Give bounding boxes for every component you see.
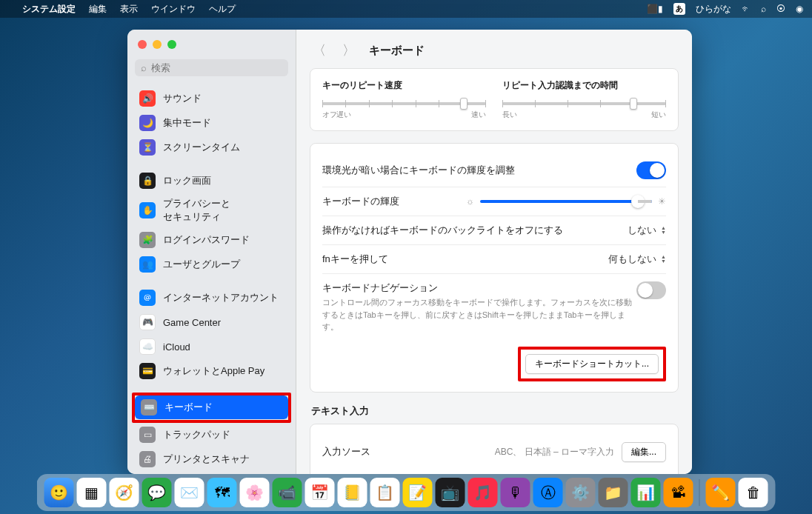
keyboard-shortcuts-button[interactable]: キーボードショートカット... [525, 354, 659, 374]
dock-pages[interactable]: ✏️ [706, 478, 736, 507]
menubar-item-help[interactable]: ヘルプ [209, 3, 236, 16]
menubar-app-name[interactable]: システム設定 [22, 3, 76, 16]
dock-facetime[interactable]: 📹 [273, 478, 302, 507]
annotation-highlight-keyboard: ⌨️キーボード [132, 393, 291, 423]
close-button[interactable] [138, 40, 147, 49]
page-title: キーボード [369, 44, 425, 58]
ime-label[interactable]: ひらがな [696, 3, 731, 16]
sidebar-item-label: ウォレットとApple Pay [163, 364, 264, 378]
sidebar-item-icloud[interactable]: ☁️iCloud [133, 335, 290, 358]
text-input-panel: 入力ソース ABC、 日本語 – ローマ字入力 編集... ユーザ辞書... [310, 424, 679, 475]
brightness-label: キーボードの輝度 [322, 195, 399, 208]
slider-label-off: オフ [322, 110, 337, 120]
dock-podcasts[interactable]: 🎙 [501, 478, 530, 507]
sidebar-item-label: Game Center [163, 317, 221, 328]
fn-key-select[interactable]: 何もしない▲▼ [608, 253, 666, 266]
dock-maps[interactable]: 🗺 [207, 478, 237, 507]
sidebar-item-users-groups[interactable]: 👥ユーザとグループ [133, 253, 290, 276]
dock-numbers[interactable]: 📊 [631, 478, 661, 507]
dock-mail[interactable]: ✉️ [175, 478, 204, 507]
dock-photos[interactable]: 🌸 [240, 478, 270, 507]
battery-icon[interactable]: ⬛▮ [647, 4, 663, 14]
sidebar-item-game-center[interactable]: 🎮Game Center [133, 310, 290, 334]
dock-appstore[interactable]: Ⓐ [533, 478, 563, 507]
sidebar-item-focus[interactable]: 🌙集中モード [133, 111, 290, 135]
slider-label-fast: 速い [471, 110, 486, 120]
dock-contacts[interactable]: 📒 [338, 478, 367, 507]
dock-launchpad[interactable]: ▦ [77, 478, 107, 507]
sidebar-item-label: キーボード [164, 401, 213, 414]
dock-safari[interactable]: 🧭 [110, 478, 139, 507]
slider-label-short: 短い [651, 110, 666, 120]
key-repeat-panel: キーのリピート速度 オフ遅い速い リピート入力認識までの時間 [310, 68, 679, 131]
dock-music[interactable]: 🎵 [468, 478, 498, 507]
system-settings-window: ⌕ 🔊サウンド 🌙集中モード ⏳スクリーンタイム 🔒ロック画面 ✋プライバシーと… [127, 30, 692, 474]
wifi-icon[interactable]: 󠀠ᯤ [742, 4, 751, 14]
sidebar-item-login-password[interactable]: 🧩ログインパスワード [133, 228, 290, 252]
sidebar-item-internet-accounts[interactable]: ＠インターネットアカウント [133, 286, 290, 310]
dock-notes[interactable]: 📝 [403, 478, 433, 507]
fn-key-label: fnキーを押して [322, 253, 388, 266]
sidebar-item-label: ロック画面 [163, 174, 211, 187]
sidebar-item-lockscreen[interactable]: 🔒ロック画面 [133, 169, 290, 193]
sidebar-item-sound[interactable]: 🔊サウンド [133, 87, 290, 110]
backlight-off-label: 操作がなければキーボードのバックライトをオフにする [322, 224, 563, 237]
menubar: システム設定 編集 表示 ウインドウ ヘルプ ⬛▮ あ ひらがな 󠀠ᯤ ⌕ ⦿ … [0, 0, 812, 18]
gamepad-icon: 🎮 [139, 314, 156, 330]
sidebar-item-keyboard[interactable]: ⌨️キーボード [135, 395, 288, 419]
spotlight-icon[interactable]: ⌕ [761, 4, 766, 14]
sidebar-search[interactable]: ⌕ [135, 59, 288, 76]
search-input[interactable] [151, 62, 282, 73]
dock-keynote[interactable]: 📽 [664, 478, 693, 507]
dock-item[interactable]: 📁 [599, 478, 628, 507]
input-source-label: 入力ソース [322, 445, 370, 458]
sidebar-item-wallet[interactable]: 💳ウォレットとApple Pay [133, 359, 290, 383]
keyboard-nav-description: コントロール間のフォーカス移動をキーボードで操作します。フォーカスを次に移動する… [322, 296, 636, 333]
control-center-icon[interactable]: ⦿ [776, 4, 785, 14]
auto-brightness-toggle[interactable] [636, 161, 666, 179]
sidebar-item-label: トラックパッド [163, 428, 230, 441]
backlight-off-select[interactable]: しない▲▼ [628, 224, 666, 237]
edit-input-source-button[interactable]: 編集... [622, 442, 666, 462]
maximize-button[interactable] [167, 40, 176, 49]
text-input-section-title: テキスト入力 [311, 404, 679, 418]
minimize-button[interactable] [153, 40, 162, 49]
sidebar: ⌕ 🔊サウンド 🌙集中モード ⏳スクリーンタイム 🔒ロック画面 ✋プライバシーと… [127, 30, 296, 474]
keyboard-options-panel: 環境光が暗い場合にキーボードの輝度を調整 キーボードの輝度 ☼ ☀ 操作がなけれ… [310, 143, 679, 393]
annotation-highlight-shortcut: キーボードショートカット... [518, 347, 666, 381]
sidebar-item-privacy[interactable]: ✋プライバシーと セキュリティ [133, 193, 290, 227]
keyboard-nav-toggle[interactable] [636, 281, 666, 299]
sidebar-item-printers[interactable]: 🖨プリンタとスキャナ [133, 447, 290, 471]
dock-calendar[interactable]: 📅 [305, 478, 335, 507]
siri-icon[interactable]: ◉ [796, 4, 803, 14]
menubar-item-edit[interactable]: 編集 [89, 3, 107, 16]
sidebar-item-trackpad[interactable]: ▭トラックパッド [133, 423, 290, 447]
ime-badge[interactable]: あ [673, 3, 685, 15]
main-content: 〈 〉 キーボード キーのリピート速度 オフ遅い速い リピー [296, 30, 692, 474]
key-repeat-label: キーのリピート速度 [322, 79, 486, 92]
sidebar-item-label: サウンド [163, 92, 202, 105]
dock-separator [699, 479, 700, 506]
dock-tv[interactable]: 📺 [436, 478, 465, 507]
sidebar-item-label: プリンタとスキャナ [163, 453, 250, 466]
dock-messages[interactable]: 💬 [142, 478, 172, 507]
at-icon: ＠ [139, 290, 156, 306]
dock-settings[interactable]: ⚙️ [566, 478, 596, 507]
dock-trash[interactable]: 🗑 [739, 478, 768, 507]
sidebar-item-screentime[interactable]: ⏳スクリーンタイム [133, 136, 290, 159]
keyboard-icon: ⌨️ [141, 399, 157, 415]
dock-finder[interactable]: 🙂 [44, 478, 74, 507]
back-button[interactable]: 〈 [310, 40, 329, 61]
menubar-item-view[interactable]: 表示 [120, 3, 138, 16]
sidebar-item-label: 集中モード [163, 116, 211, 130]
delay-repeat-slider[interactable] [502, 102, 666, 105]
slider-label-slow: 遅い [336, 110, 351, 120]
sidebar-item-label: ログインパスワード [163, 233, 250, 247]
cloud-icon: ☁️ [139, 338, 156, 355]
dock-reminders[interactable]: 📋 [370, 478, 400, 507]
brightness-slider[interactable]: ☼ ☀ [466, 196, 666, 207]
key-repeat-slider[interactable] [322, 102, 486, 105]
menubar-item-window[interactable]: ウインドウ [151, 3, 196, 16]
focus-icon: 🌙 [139, 115, 156, 131]
forward-button[interactable]: 〉 [339, 40, 359, 61]
